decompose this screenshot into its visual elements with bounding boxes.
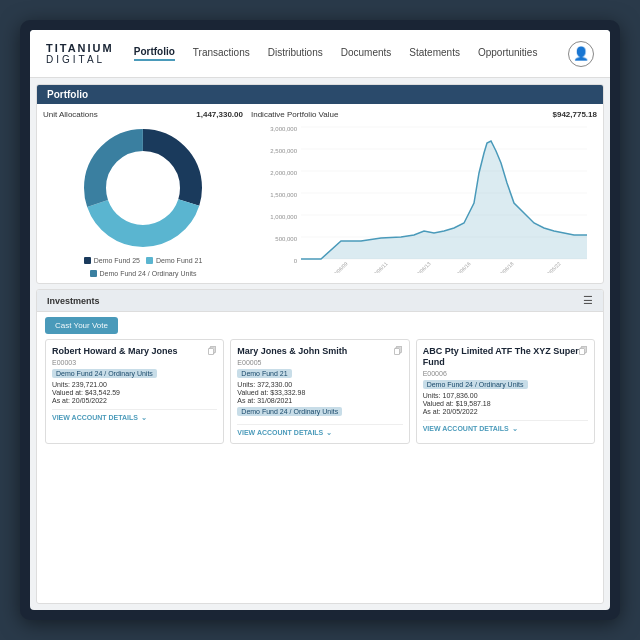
card-id-0: E00003 [52,359,217,366]
copy-icon-2[interactable]: 🗍 [579,346,588,356]
portfolio-header: Portfolio [37,85,603,104]
card-fund-2: Demo Fund 24 / Ordinary Units [423,380,528,389]
view-account-2[interactable]: VIEW ACCOUNT DETAILS ⌄ [423,420,588,433]
indicative-label: Indicative Portfolio Value [251,110,338,119]
card-fund-1: Demo Fund 21 [237,369,291,378]
nav-portfolio[interactable]: Portfolio [134,46,175,61]
copy-icon-1[interactable]: 🗍 [394,346,403,356]
unit-allocations-value: 1,447,330.00 [196,110,243,119]
card-name-1: Mary Jones & John Smith [237,346,347,357]
header: TITANIUM DIGITAL Portfolio Transactions … [30,30,610,78]
card-valued-0: Valued at: $43,542.59 [52,389,217,396]
svg-text:30/06/11: 30/06/11 [371,260,389,273]
investments-header: Investments ☰ [37,290,603,312]
card-fund-0: Demo Fund 24 / Ordinary Units [52,369,157,378]
card-units-2: Units: 107,836.00 [423,392,588,399]
svg-text:30/06/18: 30/06/18 [497,260,515,273]
investments-section: Investments ☰ Cast Your Vote Robert Howa… [36,289,604,604]
card-units-0: Units: 239,721.00 [52,381,217,388]
view-account-1[interactable]: VIEW ACCOUNT DETAILS ⌄ [237,424,402,437]
card-asat-2: As at: 20/05/2022 [423,408,588,415]
legend-item-2: Demo Fund 24 / Ordinary Units [90,270,197,277]
nav-transactions[interactable]: Transactions [193,47,250,60]
legend-item-1: Demo Fund 21 [146,257,202,264]
line-chart: 3,000,000 2,500,000 2,000,000 1,500,000 … [251,123,597,263]
svg-text:20/05/22: 20/05/22 [544,260,562,273]
legend-color-2 [90,270,97,277]
legend-item-0: Demo Fund 25 [84,257,140,264]
brand-line1: TITANIUM [46,42,114,54]
nav: Portfolio Transactions Distributions Doc… [134,46,568,61]
svg-text:0: 0 [294,258,298,264]
card-fund2-1: Demo Fund 24 / Ordinary Units [237,407,342,416]
unit-allocations-row: Unit Allocations 1,447,330.00 [43,110,243,119]
portfolio-body: Unit Allocations 1,447,330.00 [37,104,603,283]
nav-documents[interactable]: Documents [341,47,392,60]
card-name-0: Robert Howard & Mary Jones [52,346,178,357]
chart-panel: Indicative Portfolio Value $942,775.18 3… [251,110,597,277]
card-header-1: Mary Jones & John Smith 🗍 [237,346,402,357]
card-header-0: Robert Howard & Mary Jones 🗍 [52,346,217,357]
svg-text:2,000,000: 2,000,000 [270,170,297,176]
svg-text:30/06/13: 30/06/13 [414,260,432,273]
legend-color-0 [84,257,91,264]
donut-legend: Demo Fund 25 Demo Fund 21 Demo Fund 24 /… [43,257,243,277]
legend-label-2: Demo Fund 24 / Ordinary Units [100,270,197,277]
card-valued-1: Valued at: $33,332.98 [237,389,402,396]
screen: TITANIUM DIGITAL Portfolio Transactions … [30,30,610,610]
donut-chart [43,123,243,253]
svg-text:1,000,000: 1,000,000 [270,214,297,220]
svg-text:30/06/09: 30/06/09 [331,260,349,273]
view-account-0[interactable]: VIEW ACCOUNT DETAILS ⌄ [52,409,217,422]
investment-card-1: Mary Jones & John Smith 🗍 E00005 Demo Fu… [230,339,409,444]
card-id-2: E00006 [423,370,588,377]
svg-text:30/06/16: 30/06/16 [454,260,472,273]
svg-text:3,000,000: 3,000,000 [270,126,297,132]
indicative-value: $942,775.18 [553,110,598,119]
svg-text:2,500,000: 2,500,000 [270,148,297,154]
card-valued-2: Valued at: $19,587.18 [423,400,588,407]
laptop-frame: TITANIUM DIGITAL Portfolio Transactions … [20,20,620,620]
main-content: Portfolio Unit Allocations 1,447,330.00 [30,78,610,610]
legend-label-0: Demo Fund 25 [94,257,140,264]
svg-point-3 [111,156,175,220]
unit-allocations-label: Unit Allocations [43,110,98,119]
card-header-2: ABC Pty Limited ATF The XYZ Super Fund 🗍 [423,346,588,368]
copy-icon-0[interactable]: 🗍 [208,346,217,356]
investment-cards: Robert Howard & Mary Jones 🗍 E00003 Demo… [37,339,603,452]
svg-text:500,000: 500,000 [275,236,297,242]
nav-distributions[interactable]: Distributions [268,47,323,60]
cast-vote-button[interactable]: Cast Your Vote [45,317,118,334]
user-icon[interactable]: 👤 [568,41,594,67]
brand-line2: DIGITAL [46,54,114,65]
logo: TITANIUM DIGITAL [46,42,114,65]
nav-opportunities[interactable]: Opportunities [478,47,537,60]
nav-statements[interactable]: Statements [409,47,460,60]
filter-icon[interactable]: ☰ [583,294,593,307]
indicative-row: Indicative Portfolio Value $942,775.18 [251,110,597,119]
investments-title: Investments [47,296,100,306]
card-name-2: ABC Pty Limited ATF The XYZ Super Fund [423,346,579,368]
legend-color-1 [146,257,153,264]
legend-label-1: Demo Fund 21 [156,257,202,264]
investment-card-0: Robert Howard & Mary Jones 🗍 E00003 Demo… [45,339,224,444]
card-asat-1: As at: 31/08/2021 [237,397,402,404]
portfolio-section: Portfolio Unit Allocations 1,447,330.00 [36,84,604,284]
svg-text:1,500,000: 1,500,000 [270,192,297,198]
card-id-1: E00005 [237,359,402,366]
card-units-1: Units: 372,330.00 [237,381,402,388]
investment-card-2: ABC Pty Limited ATF The XYZ Super Fund 🗍… [416,339,595,444]
allocations-panel: Unit Allocations 1,447,330.00 [43,110,243,277]
card-asat-0: As at: 20/05/2022 [52,397,217,404]
